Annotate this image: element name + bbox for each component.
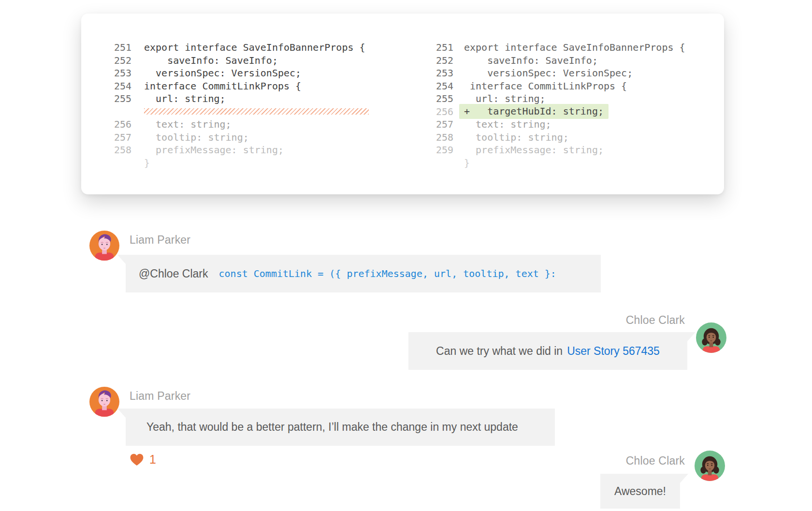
code-text: versionSpec: VersionSpec; bbox=[464, 67, 633, 79]
message-text: Awesome! bbox=[614, 485, 666, 498]
code-text: text: string; bbox=[464, 118, 551, 130]
line-number: 255 bbox=[112, 93, 131, 104]
message-text: Yeah, that would be a better pattern, I’… bbox=[146, 421, 518, 434]
code-text: url: string; bbox=[144, 93, 226, 104]
bubble-tail bbox=[117, 255, 126, 264]
reaction-count: 1 bbox=[149, 453, 156, 467]
line-number: 256 bbox=[112, 118, 131, 130]
code-line: 251export interface SaveInfoBannerProps … bbox=[434, 41, 685, 54]
code-text: tooltip: string; bbox=[144, 131, 249, 143]
bubble-tail bbox=[687, 332, 696, 341]
message-author: Chloe Clark bbox=[626, 454, 685, 467]
code-line: } bbox=[434, 157, 685, 170]
code-text: url: string; bbox=[464, 93, 546, 104]
code-line: } bbox=[112, 157, 369, 170]
line-number: 252 bbox=[112, 55, 131, 66]
line-number: 258 bbox=[112, 144, 131, 156]
line-number: 252 bbox=[434, 55, 453, 66]
code-line: 254interface CommitLinkProps { bbox=[112, 80, 369, 93]
chloe-avatar bbox=[696, 322, 726, 353]
chat-bubble: Can we try what we did in User Story 567… bbox=[408, 332, 687, 370]
code-line: 251export interface SaveInfoBannerProps … bbox=[112, 41, 369, 54]
code-text: export interface SaveInfoBannerProps { bbox=[464, 42, 685, 53]
user-story-link[interactable]: User Story 567435 bbox=[567, 345, 660, 358]
diff-card: 251export interface SaveInfoBannerProps … bbox=[81, 14, 724, 194]
code-line: 257 text: string; bbox=[434, 118, 685, 131]
page: 251export interface SaveInfoBannerProps … bbox=[0, 0, 812, 511]
line-number: 253 bbox=[434, 67, 453, 79]
code-line: 258 tooltip: string; bbox=[434, 131, 685, 144]
removed-line-row bbox=[112, 105, 369, 118]
code-text: prefixMessage: string; bbox=[144, 144, 284, 156]
line-number: 253 bbox=[112, 67, 131, 79]
inline-code-snippet: const CommitLink = ({ prefixMessage, url… bbox=[219, 268, 556, 279]
line-number: 257 bbox=[434, 118, 453, 130]
heart-reaction-button[interactable]: 1 bbox=[130, 453, 156, 467]
code-text: } bbox=[464, 157, 470, 169]
code-text: prefixMessage: string; bbox=[464, 144, 604, 156]
code-text: interface CommitLinkProps { bbox=[464, 80, 627, 92]
line-number: 251 bbox=[434, 42, 453, 53]
code-line: 258 prefixMessage: string; bbox=[112, 144, 369, 157]
chat-bubble: @Chloe Clark const CommitLink = ({ prefi… bbox=[126, 255, 601, 292]
bubble-tail bbox=[117, 409, 126, 418]
liam-avatar bbox=[89, 231, 119, 261]
code-line: 257 tooltip: string; bbox=[112, 131, 369, 144]
mention-text: @Chloe Clark bbox=[139, 267, 208, 280]
line-number: 258 bbox=[434, 131, 453, 143]
code-line: 256 text: string; bbox=[112, 118, 369, 131]
message-author: Chloe Clark bbox=[626, 314, 685, 327]
line-number: 259 bbox=[434, 144, 453, 156]
line-number: 255 bbox=[434, 93, 453, 104]
message-author: Liam Parker bbox=[130, 390, 190, 403]
removed-line-hatch bbox=[144, 108, 369, 115]
code-line: 253 versionSpec: VersionSpec; bbox=[112, 67, 369, 80]
chat-bubble: Yeah, that would be a better pattern, I’… bbox=[126, 409, 555, 446]
code-text: saveInfo: SaveInfo; bbox=[144, 55, 278, 66]
heart-icon bbox=[130, 453, 144, 466]
added-line-highlight: + targetHubId: string; bbox=[459, 104, 609, 119]
code-line: 255 url: string; bbox=[112, 92, 369, 105]
code-text: interface CommitLinkProps { bbox=[144, 80, 301, 92]
code-text: export interface SaveInfoBannerProps { bbox=[144, 42, 365, 53]
code-text: versionSpec: VersionSpec; bbox=[144, 67, 301, 79]
chloe-avatar bbox=[695, 451, 725, 481]
chat-bubble: Awesome! bbox=[600, 474, 680, 509]
line-number: 254 bbox=[434, 80, 453, 92]
line-number: 251 bbox=[112, 42, 131, 53]
line-number: 254 bbox=[112, 80, 131, 92]
code-line: 255 url: string; bbox=[434, 92, 685, 105]
line-number: 257 bbox=[112, 131, 131, 143]
bubble-tail bbox=[680, 474, 688, 483]
code-line: 259 prefixMessage: string; bbox=[434, 144, 685, 157]
code-text: } bbox=[144, 157, 150, 169]
code-text: tooltip: string; bbox=[464, 131, 569, 143]
code-line: 254 interface CommitLinkProps { bbox=[434, 80, 685, 93]
code-line: 252 saveInfo: SaveInfo; bbox=[112, 54, 369, 67]
code-line: 252 saveInfo: SaveInfo; bbox=[434, 54, 685, 67]
added-code-line: 256+ targetHubId: string; bbox=[434, 105, 685, 118]
diff-pane-modified: 251export interface SaveInfoBannerProps … bbox=[434, 41, 685, 169]
code-text: saveInfo: SaveInfo; bbox=[464, 55, 598, 66]
message-text: Can we try what we did in bbox=[436, 345, 563, 358]
message-author: Liam Parker bbox=[130, 234, 190, 247]
liam-avatar bbox=[89, 387, 119, 417]
code-text: text: string; bbox=[144, 118, 232, 130]
line-number: 256 bbox=[434, 106, 453, 117]
diff-pane-original: 251export interface SaveInfoBannerProps … bbox=[112, 41, 369, 169]
code-line: 253 versionSpec: VersionSpec; bbox=[434, 67, 685, 80]
